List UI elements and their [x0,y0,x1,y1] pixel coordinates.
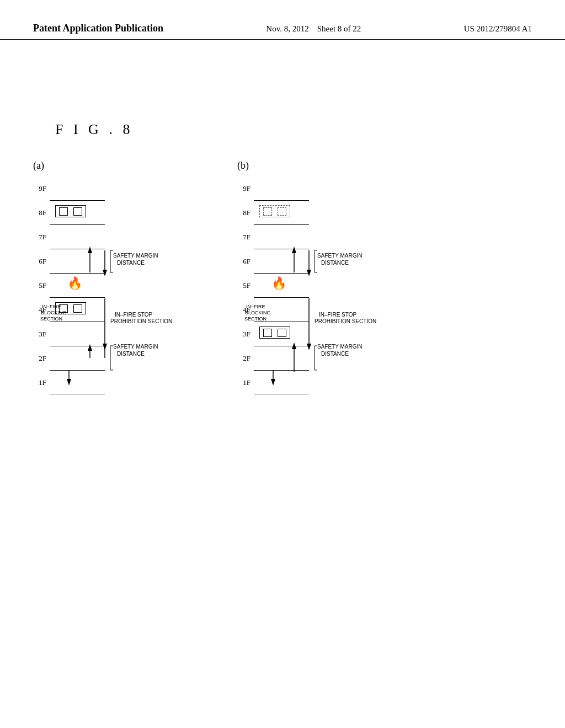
floor-row-1f-b: 1F [237,370,309,394]
floor-row-8f-a: 8F [33,200,105,224]
diagrams-container: (a) SAFETY MARGIN DISTANCE IN–FIRE [33,160,309,394]
floor-row-3f-b: 3F [237,322,309,346]
svg-text:SAFETY MARGIN: SAFETY MARGIN [113,344,158,350]
floor-row-7f-a: 7F [33,224,105,249]
floor-row-2f-a: 2F [33,346,105,370]
patent-number: US 2012/279804 A1 [464,22,532,34]
svg-text:IN–FIRE STOP: IN–FIRE STOP [319,312,356,318]
publication-date: Nov. 8, 2012 Sheet 8 of 22 [266,22,361,34]
floor-row-5f-a: 5F 🔥 [33,273,105,297]
diagram-a: (a) SAFETY MARGIN DISTANCE IN–FIRE [33,160,105,394]
svg-text:DISTANCE: DISTANCE [321,351,349,357]
publication-title: Patent Application Publication [33,22,163,35]
floor-row-4f-b: 4F [237,297,309,322]
diagram-b-label: (b) [237,160,309,172]
floor-row-2f-b: 2F [237,346,309,370]
svg-text:DISTANCE: DISTANCE [117,351,145,357]
floor-row-9f-b: 9F [237,176,309,200]
floor-row-6f-a: 6F [33,249,105,273]
svg-text:SAFETY MARGIN: SAFETY MARGIN [113,253,158,259]
diagram-b: (b) SAFETY MARGIN DISTANCE IN–FIRE BLOC [237,160,309,394]
floor-row-3f-a: 3F [33,322,105,346]
svg-text:DISTANCE: DISTANCE [321,260,349,266]
svg-text:PROHIBITION SECTION: PROHIBITION SECTION [315,318,376,324]
floor-row-8f-b: 8F [237,200,309,224]
floor-row-9f-a: 9F [33,176,105,200]
svg-text:IN–FIRE STOP: IN–FIRE STOP [115,312,152,318]
fire-icon-a: 🔥 [67,276,82,291]
floor-row-4f-a: 4F [33,297,105,322]
floor-row-7f-b: 7F [237,224,309,249]
svg-text:DISTANCE: DISTANCE [117,260,145,266]
floor-row-5f-b: 5F 🔥 [237,273,309,297]
svg-text:PROHIBITION SECTION: PROHIBITION SECTION [110,318,172,324]
svg-text:SAFETY MARGIN: SAFETY MARGIN [317,344,363,350]
floor-row-1f-a: 1F [33,370,105,394]
floor-row-6f-b: 6F [237,249,309,273]
fire-icon-b: 🔥 [271,276,286,291]
svg-text:SAFETY MARGIN: SAFETY MARGIN [317,253,363,259]
page-header: Patent Application Publication Nov. 8, 2… [0,0,565,40]
figure-title: F I G . 8 [55,121,133,138]
diagram-a-label: (a) [33,160,105,172]
